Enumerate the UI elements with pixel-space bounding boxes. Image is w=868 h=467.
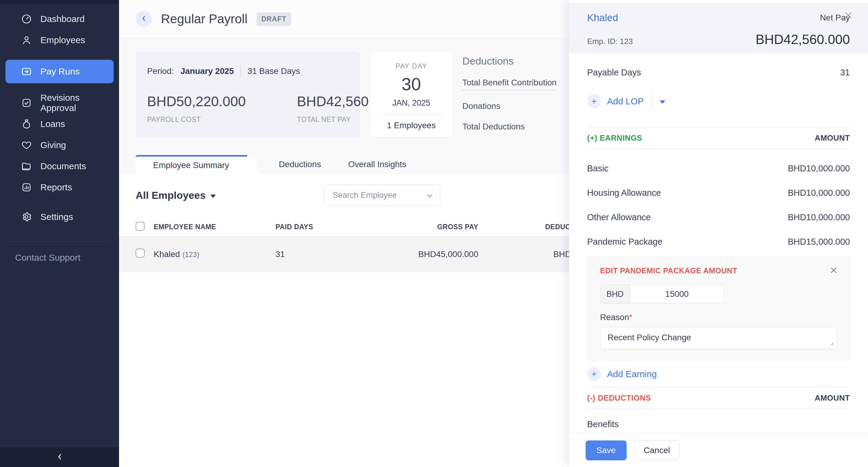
back-button[interactable] <box>135 11 152 27</box>
pay-day-divider <box>380 114 442 115</box>
sidebar-item-loans[interactable]: Loans <box>5 113 114 135</box>
employee-search <box>324 185 440 206</box>
revisions-approval-icon <box>21 97 33 109</box>
col-employee-name: EMPLOYEE NAME <box>154 223 276 231</box>
amounts-row: BHD50,220.000 PAYROLL COST BHD42,560.000… <box>147 93 349 124</box>
page-title: Regular Payroll <box>161 12 247 26</box>
employee-detail-panel: Khaled Net Pay Emp. ID: 123 BHD42,560.00… <box>569 0 868 467</box>
sidebar-item-giving[interactable]: Giving <box>5 135 114 156</box>
sidebar-item-label: Settings <box>40 212 73 222</box>
sidebar-item-dashboard[interactable]: Dashboard <box>5 8 114 30</box>
earning-row-housing: Housing Allowance BHD10,000.000 <box>587 188 850 198</box>
payroll-cost-value: BHD50,220.000 <box>147 93 246 110</box>
dashboard-icon <box>21 13 33 25</box>
settings-icon <box>21 211 33 223</box>
payable-days-label: Payable Days <box>587 67 641 78</box>
net-pay-amount: BHD42,560.000 <box>755 32 850 47</box>
panel-header-row2: Emp. ID: 123 BHD42,560.000 <box>587 32 850 47</box>
panel-body: Payable Days 31 Add LOP (+) EARNINGS AMO… <box>569 54 868 429</box>
select-all-checkbox-cell <box>135 222 154 233</box>
earning-row-other: Other Allowance BHD10,000.000 <box>587 212 850 222</box>
add-lop-row: Add LOP <box>587 94 850 108</box>
row-checkbox[interactable] <box>135 249 145 258</box>
giving-icon <box>21 139 33 151</box>
close-icon[interactable] <box>830 266 838 275</box>
sidebar-item-label: Pay Runs <box>40 66 80 77</box>
tab-deductions[interactable]: Deductions <box>265 155 335 174</box>
amount-input[interactable] <box>630 285 724 303</box>
payable-days-value: 31 <box>840 67 850 78</box>
sidebar-item-pay-runs[interactable]: Pay Runs <box>5 60 114 83</box>
sidebar-item-label: Dashboard <box>40 14 85 24</box>
caret-down-icon <box>210 195 216 198</box>
gross-pay-cell: BHD45,000.000 <box>363 250 478 259</box>
panel-footer: Save Cancel <box>569 433 868 467</box>
vertical-separator <box>241 66 241 76</box>
divider <box>587 149 850 149</box>
close-icon[interactable] <box>844 11 853 21</box>
select-all-checkbox[interactable] <box>135 222 145 231</box>
sidebar-item-label: Documents <box>40 161 86 171</box>
period-value: January 2025 <box>181 66 234 76</box>
employee-name-cell: Khaled(123) <box>154 250 276 259</box>
sidebar-item-settings[interactable]: Settings <box>5 206 114 228</box>
deductions-header-label: (-) DEDUCTIONS <box>587 393 651 403</box>
deductions-section-header: (-) DEDUCTIONS AMOUNT <box>587 387 850 409</box>
divider <box>587 409 850 409</box>
tab-employee-summary[interactable]: Employee Summary <box>135 155 247 174</box>
col-paid-days: PAID DAYS <box>276 223 363 231</box>
sidebar-item-label: Giving <box>40 140 66 150</box>
employees-count: 1 Employees <box>370 121 453 130</box>
payroll-cost-block: BHD50,220.000 PAYROLL COST <box>147 93 246 124</box>
sidebar-nav: Dashboard Employees Pay Runs Revisions A… <box>0 4 119 263</box>
tab-overall-insights[interactable]: Overall Insights <box>335 155 420 174</box>
add-lop-button[interactable]: Add LOP <box>607 96 644 107</box>
cancel-button[interactable]: Cancel <box>634 440 679 460</box>
add-lop-dropdown-caret[interactable] <box>660 100 665 104</box>
reason-label: Reason* <box>600 313 837 322</box>
app-root: Dashboard Employees Pay Runs Revisions A… <box>0 0 868 467</box>
pay-day-label: PAY DAY <box>370 62 453 70</box>
vertical-separator <box>652 95 652 108</box>
resize-handle-icon[interactable] <box>829 341 834 347</box>
sidebar-collapse-button[interactable] <box>0 447 119 467</box>
period-line: Period: January 2025 31 Base Days <box>147 66 349 76</box>
sidebar-item-employees[interactable]: Employees <box>5 30 114 51</box>
currency-prefix: BHD <box>600 285 630 303</box>
earnings-amount-label: AMOUNT <box>815 133 850 143</box>
payable-days-row: Payable Days 31 <box>587 54 850 78</box>
sidebar-item-reports[interactable]: Reports <box>5 177 114 198</box>
sidebar-item-label: Employees <box>40 35 85 45</box>
edit-form-title: EDIT PANDEMIC PACKAGE AMOUNT <box>600 266 837 275</box>
reason-textarea[interactable]: Recent Policy Change <box>600 327 837 349</box>
employee-id: Emp. ID: 123 <box>587 37 633 46</box>
loans-icon <box>21 118 33 130</box>
pay-runs-icon <box>21 65 33 78</box>
chevron-left-icon <box>140 14 148 24</box>
save-button[interactable]: Save <box>586 440 627 460</box>
sidebar-top-strip <box>0 0 119 4</box>
search-employee-input[interactable] <box>324 185 440 205</box>
sidebar-item-label: Revisions Approval <box>40 93 114 113</box>
chevron-down-icon[interactable] <box>426 192 434 201</box>
paid-days-cell: 31 <box>276 250 363 259</box>
sidebar-item-revisions-approval[interactable]: Revisions Approval <box>5 92 114 113</box>
pay-day-number: 30 <box>370 74 453 94</box>
edit-pandemic-package-form: EDIT PANDEMIC PACKAGE AMOUNT BHD Reason*… <box>587 256 850 360</box>
plus-icon <box>587 367 601 381</box>
sidebar-item-documents[interactable]: Documents <box>5 156 114 177</box>
employee-filter-dropdown[interactable]: All Employees <box>135 189 216 201</box>
contact-support-link[interactable]: Contact Support <box>0 242 119 263</box>
add-earning-row: Add Earning <box>587 367 850 381</box>
deduction-row-benefits: Benefits <box>587 419 850 429</box>
panel-header: Khaled Net Pay Emp. ID: 123 BHD42,560.00… <box>569 3 868 54</box>
payroll-cost-label: PAYROLL COST <box>147 116 246 124</box>
documents-icon <box>21 160 33 172</box>
row-checkbox-cell <box>135 249 154 260</box>
earnings-section-header: (+) EARNINGS AMOUNT <box>587 127 850 149</box>
amount-input-group: BHD <box>600 285 724 303</box>
panel-header-row1: Khaled Net Pay <box>587 12 850 24</box>
panel-employee-name[interactable]: Khaled <box>587 12 618 24</box>
deductions-amount-label: AMOUNT <box>815 393 850 403</box>
add-earning-button[interactable]: Add Earning <box>607 369 657 379</box>
